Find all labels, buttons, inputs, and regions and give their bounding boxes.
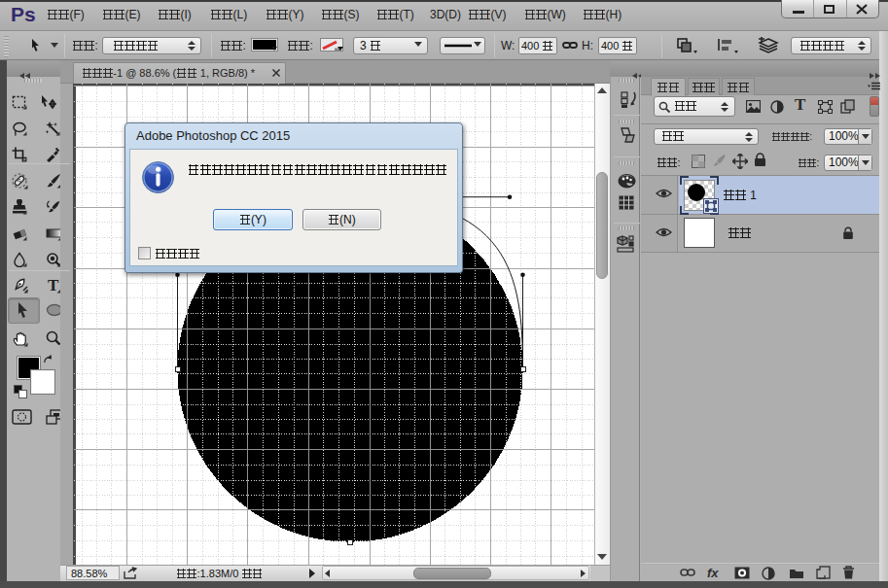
svg-text:T: T [48,277,59,294]
